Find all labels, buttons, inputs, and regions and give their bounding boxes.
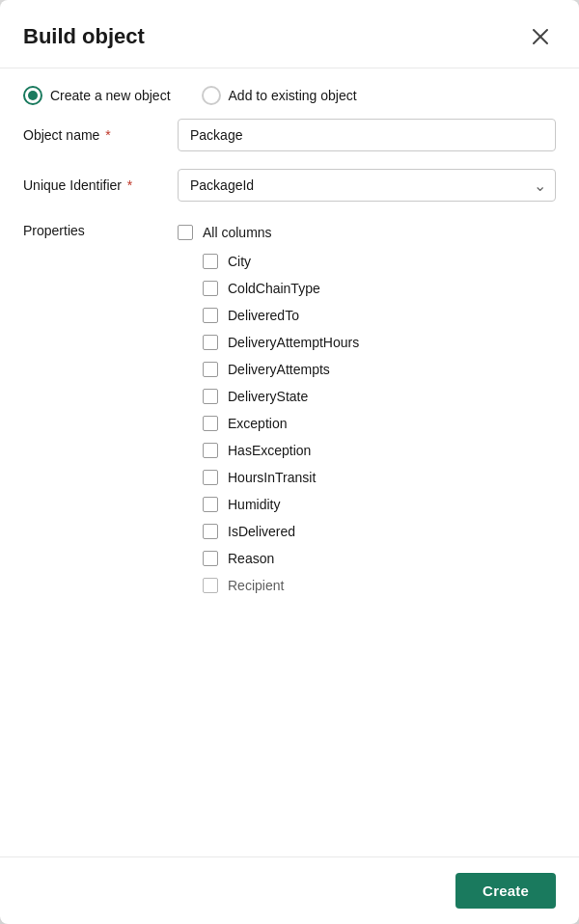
checkbox-exception-label: Exception [228,416,287,431]
properties-section: Properties All columns City [0,219,579,599]
build-object-dialog: Build object Create a new object Add to … [0,0,579,924]
checkbox-delivery-attempts-box [203,362,218,377]
create-button[interactable]: Create [455,873,556,909]
radio-section: Create a new object Add to existing obje… [0,68,579,119]
radio-add-existing-circle [202,86,221,105]
checkbox-all-columns-label: All columns [203,225,272,240]
checkbox-delivered-to[interactable]: DeliveredTo [203,302,556,329]
checkbox-recipient-box [203,578,218,593]
properties-label: Properties [23,219,178,238]
dialog-title: Build object [23,24,145,49]
properties-list: All columns City ColdChainType [178,219,556,599]
object-name-label: Object name * [23,127,178,143]
unique-identifier-label: Unique Identifier * [23,177,178,193]
unique-identifier-select[interactable]: PackageId [178,169,556,202]
checkbox-cold-chain-type[interactable]: ColdChainType [203,275,556,302]
checkbox-cold-chain-type-label: ColdChainType [228,281,320,296]
checkbox-city-box [203,254,218,269]
checkbox-exception[interactable]: Exception [203,410,556,437]
checkbox-has-exception-box [203,443,218,458]
unique-identifier-required: * [124,177,132,193]
dialog-footer: Create [0,856,579,924]
checkbox-hours-in-transit[interactable]: HoursInTransit [203,464,556,491]
checkbox-is-delivered-label: IsDelivered [228,524,295,539]
checkbox-humidity-box [203,497,218,512]
close-button[interactable] [525,21,556,52]
radio-create-new-circle [23,86,42,105]
checkbox-reason-label: Reason [228,551,274,566]
checkbox-delivery-state-box [203,389,218,404]
checkbox-has-exception[interactable]: HasException [203,437,556,464]
checkbox-delivery-attempts-label: DeliveryAttempts [228,362,330,377]
checkbox-delivered-to-label: DeliveredTo [228,308,299,323]
checkbox-cold-chain-type-box [203,281,218,296]
checkbox-humidity-label: Humidity [228,497,280,512]
sub-checkboxes: City ColdChainType DeliveredTo D [178,248,556,599]
checkbox-hours-in-transit-box [203,470,218,485]
radio-create-new[interactable]: Create a new object [23,86,171,105]
radio-create-new-label: Create a new object [50,88,171,103]
checkbox-delivery-attempt-hours[interactable]: DeliveryAttemptHours [203,329,556,356]
checkbox-delivery-attempt-hours-label: DeliveryAttemptHours [228,335,359,350]
checkbox-recipient-label: Recipient [228,578,284,593]
checkbox-has-exception-label: HasException [228,443,311,458]
radio-add-existing[interactable]: Add to existing object [202,86,357,105]
checkbox-is-delivered-box [203,524,218,539]
dialog-body: Create a new object Add to existing obje… [0,68,579,856]
dialog-header: Build object [0,0,579,68]
checkbox-delivery-attempts[interactable]: DeliveryAttempts [203,356,556,383]
unique-identifier-row: Unique Identifier * PackageId ⌄ [23,169,556,202]
checkbox-hours-in-transit-label: HoursInTransit [228,470,316,485]
object-name-input[interactable] [178,119,556,151]
checkbox-city-label: City [228,254,251,269]
checkbox-delivered-to-box [203,308,218,323]
checkbox-all-columns[interactable]: All columns [178,219,556,246]
radio-add-existing-label: Add to existing object [229,88,357,103]
checkbox-delivery-state-label: DeliveryState [228,389,308,404]
checkbox-delivery-attempt-hours-box [203,335,218,350]
checkbox-all-columns-box [178,225,193,240]
checkbox-recipient[interactable]: Recipient [203,572,556,599]
close-icon [532,28,549,45]
form-section: Object name * Unique Identifier * Packag… [0,119,579,202]
checkbox-reason-box [203,551,218,566]
checkbox-delivery-state[interactable]: DeliveryState [203,383,556,410]
checkbox-city[interactable]: City [203,248,556,275]
object-name-row: Object name * [23,119,556,151]
checkbox-reason[interactable]: Reason [203,545,556,572]
checkbox-humidity[interactable]: Humidity [203,491,556,518]
checkbox-exception-box [203,416,218,431]
properties-row: Properties All columns City [23,219,556,599]
object-name-required: * [101,127,110,143]
unique-identifier-select-wrapper: PackageId ⌄ [178,169,556,202]
checkbox-is-delivered[interactable]: IsDelivered [203,518,556,545]
